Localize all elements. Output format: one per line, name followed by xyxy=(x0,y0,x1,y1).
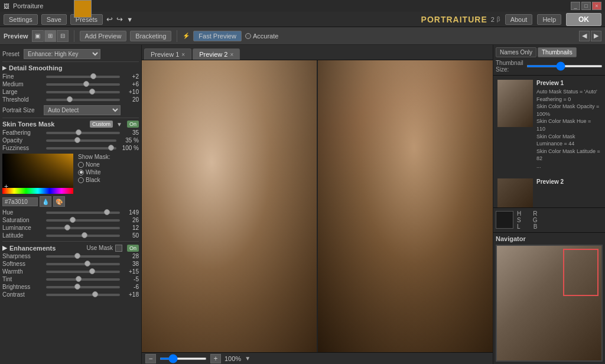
warmth-slider[interactable] xyxy=(46,271,120,273)
close-button[interactable]: × xyxy=(592,2,601,10)
thumbnail-size-row: Thumbnail Size: xyxy=(496,60,603,73)
preview-tab-2[interactable]: Preview 2 × xyxy=(193,48,240,60)
nav-left-button[interactable]: ◀ xyxy=(579,31,590,41)
redo-icon[interactable]: ↪ xyxy=(116,15,123,24)
b-label: B xyxy=(534,223,538,230)
luminance-slider[interactable] xyxy=(46,227,120,229)
about-button[interactable]: About xyxy=(505,14,533,25)
app-title: Portraiture xyxy=(13,2,43,9)
g-label: G xyxy=(533,217,538,223)
save-button[interactable]: Save xyxy=(41,14,67,25)
color-hex-input[interactable] xyxy=(2,197,38,206)
quad-layout-button[interactable]: ⊟ xyxy=(57,30,69,42)
ok-button[interactable]: OK xyxy=(566,13,601,26)
brightness-row: Brightness -6 xyxy=(2,284,139,290)
hue-value: 149 xyxy=(122,209,139,216)
mask-section: Skin Tones Mask Custom ▼ On Feathering 3… xyxy=(2,121,139,239)
settings-button[interactable]: Settings xyxy=(4,14,38,25)
tint-slider[interactable] xyxy=(46,278,120,281)
names-only-tab[interactable]: Names Only xyxy=(496,47,536,57)
warmth-value: +15 xyxy=(122,268,139,275)
saturation-slider[interactable] xyxy=(46,219,120,222)
saturation-row: Saturation 26 xyxy=(2,217,139,223)
accurate-radio[interactable]: Accurate xyxy=(245,32,278,40)
undo-icon[interactable]: ↩ xyxy=(106,15,113,24)
color-gradient-overlay xyxy=(2,154,73,189)
luminance-value: 12 xyxy=(122,225,139,231)
fuzziness-slider[interactable] xyxy=(46,147,116,150)
h-label: H xyxy=(517,210,521,217)
zoom-dropdown[interactable]: ▼ xyxy=(245,355,251,362)
threshold-slider[interactable] xyxy=(46,99,120,101)
medium-row: Medium +6 xyxy=(2,81,139,87)
color-picker-button[interactable]: 🎨 xyxy=(53,196,65,207)
zoom-in-button[interactable]: + xyxy=(210,354,221,363)
thumbnails-tab[interactable]: Thumbnails xyxy=(538,47,577,57)
help-button[interactable]: Help xyxy=(537,14,561,25)
bracketing-button[interactable]: Bracketing xyxy=(130,31,171,41)
thumbnail-tabs: Names Only Thumbnails xyxy=(496,47,603,57)
thumbnail-info-2: Preview 2 xyxy=(536,178,601,187)
mask-none-radio[interactable]: None xyxy=(78,161,110,168)
mask-header: Skin Tones Mask Custom ▼ On xyxy=(2,121,139,128)
toolbar: Preview ▣ ⊞ ⊟ Add Preview Bracketing ⚡ F… xyxy=(0,27,605,45)
tint-label: Tint xyxy=(2,276,44,282)
softness-slider[interactable] xyxy=(46,263,120,265)
mask-white-radio[interactable]: White xyxy=(78,169,110,176)
preset-row: Preset Enhance: High Key xyxy=(2,49,139,59)
opacity-value: 35 % xyxy=(119,137,139,144)
fuzziness-label: Fuzziness xyxy=(2,145,44,151)
color-hue-bar[interactable] xyxy=(2,188,73,194)
large-label: Large xyxy=(2,89,44,95)
minimize-button[interactable]: _ xyxy=(571,2,580,10)
thumbnail-size-slider[interactable] xyxy=(526,65,603,67)
custom-badge: Custom xyxy=(90,121,113,128)
tab-2-close[interactable]: × xyxy=(230,51,233,58)
titlebar-controls[interactable]: _ □ × xyxy=(571,2,601,10)
sharpness-slider[interactable] xyxy=(46,255,120,258)
contrast-slider[interactable] xyxy=(46,294,120,296)
feathering-label: Feathering xyxy=(2,129,44,136)
eyedropper-button[interactable]: 💧 xyxy=(40,196,51,207)
hue-slider[interactable] xyxy=(46,212,120,214)
zoom-out-button[interactable]: − xyxy=(145,354,156,363)
right-panel: Names Only Thumbnails Thumbnail Size: Pr… xyxy=(493,45,605,364)
use-mask-checkbox[interactable] xyxy=(115,245,122,252)
preview-tabs: Preview 1 × Preview 2 × xyxy=(142,45,493,60)
preview-pane-right[interactable] xyxy=(318,60,493,352)
navigator-image[interactable] xyxy=(496,245,603,362)
medium-slider[interactable] xyxy=(46,83,120,86)
large-slider[interactable] xyxy=(46,91,120,93)
saturation-value: 26 xyxy=(122,217,139,223)
contrast-label: Contrast xyxy=(2,291,44,298)
portrait-size-row: Portrait Size Auto Detect xyxy=(2,105,139,115)
fast-preview-button[interactable]: Fast Preview xyxy=(193,31,242,41)
mask-dropdown[interactable]: ▼ xyxy=(116,121,122,128)
mask-black-radio[interactable]: Black xyxy=(78,177,110,183)
navigator-viewport[interactable] xyxy=(563,249,599,296)
single-layout-button[interactable]: ▣ xyxy=(32,30,44,42)
nav-right-button[interactable]: ▶ xyxy=(591,31,601,41)
add-preview-button[interactable]: Add Preview xyxy=(80,31,127,41)
latitude-slider[interactable] xyxy=(46,235,120,237)
preview-tab-1[interactable]: Preview 1 × xyxy=(144,48,191,60)
opacity-slider[interactable] xyxy=(46,139,116,142)
preset-select[interactable]: Enhance: High Key xyxy=(24,49,100,59)
preview-content xyxy=(142,60,493,352)
maximize-button[interactable]: □ xyxy=(581,2,591,10)
presets-arrow[interactable]: ▼ xyxy=(126,16,133,23)
brightness-label: Brightness xyxy=(2,284,44,290)
tab-1-close[interactable]: × xyxy=(181,51,185,58)
feathering-slider[interactable] xyxy=(46,132,120,134)
thumbnail-image-2 xyxy=(497,178,533,207)
thumbnail-item-2[interactable]: Preview 2 xyxy=(496,177,603,207)
thumbnail-item-1[interactable]: Preview 1 Auto Mask Status = 'Auto' Feat… xyxy=(496,78,603,172)
zoom-slider[interactable] xyxy=(160,358,207,360)
sharpness-row: Sharpness 28 xyxy=(2,253,139,259)
portrait-size-select[interactable]: Auto Detect xyxy=(44,105,121,115)
fine-slider[interactable] xyxy=(46,76,120,78)
brightness-slider[interactable] xyxy=(46,286,120,288)
preview-pane-left[interactable] xyxy=(142,60,318,352)
dual-layout-button[interactable]: ⊞ xyxy=(44,30,56,42)
zoom-value: 100% xyxy=(225,355,241,362)
